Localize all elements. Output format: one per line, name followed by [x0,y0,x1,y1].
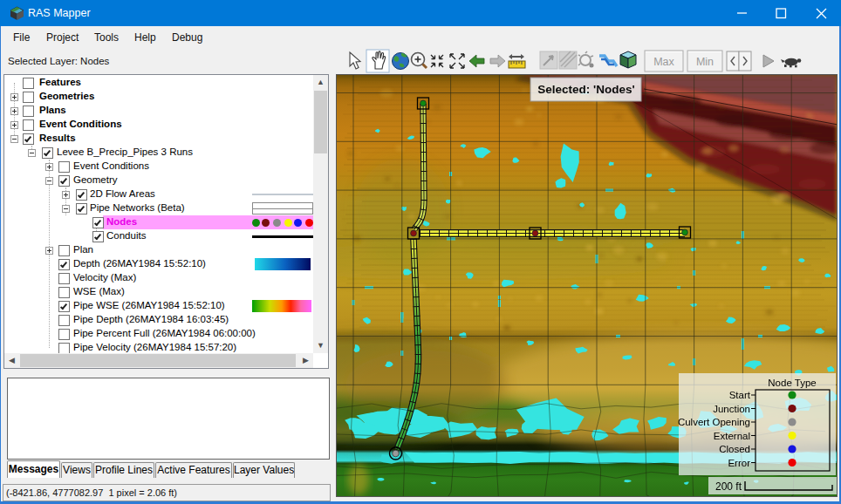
svg-text:Culvert Opening: Culvert Opening [678,417,750,427]
svg-text:Closed: Closed [719,444,750,454]
svg-text:Min: Min [696,56,714,68]
svg-text:200 ft: 200 ft [715,480,742,493]
svg-text:Error: Error [728,458,750,468]
svg-text:Selected: 'Nodes': Selected: 'Nodes' [537,83,634,96]
svg-text:Node Type: Node Type [768,378,816,388]
svg-text:Junction: Junction [713,404,750,414]
svg-text:External: External [714,431,750,441]
svg-text:Start: Start [729,390,751,400]
svg-text:Max: Max [653,56,674,68]
